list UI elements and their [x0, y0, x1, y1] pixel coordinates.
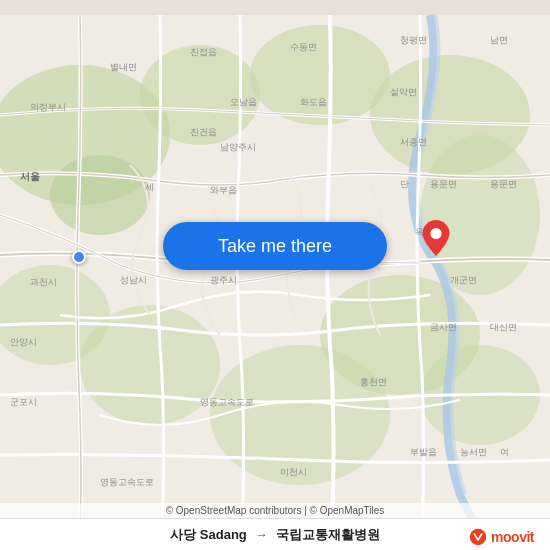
svg-text:영동고속도로: 영동고속도로 [100, 477, 154, 487]
svg-text:남양주시: 남양주시 [220, 142, 256, 152]
svg-text:서울: 서울 [20, 171, 40, 182]
svg-text:안양시: 안양시 [10, 337, 37, 347]
svg-text:개군면: 개군면 [450, 275, 477, 285]
svg-text:와부읍: 와부읍 [210, 185, 237, 195]
svg-text:이천시: 이천시 [280, 467, 307, 477]
svg-text:청평면: 청평면 [400, 35, 427, 45]
svg-text:홍천면: 홍천면 [360, 377, 387, 387]
svg-text:남면: 남면 [490, 35, 508, 45]
svg-text:대신면: 대신면 [490, 322, 517, 332]
svg-text:단: 단 [400, 179, 409, 189]
svg-text:여: 여 [500, 447, 509, 457]
svg-text:능서면: 능서면 [460, 447, 487, 457]
svg-text:진건읍: 진건읍 [190, 127, 217, 137]
svg-text:화도읍: 화도읍 [300, 97, 327, 107]
moovit-icon [469, 528, 487, 546]
svg-point-3 [250, 25, 390, 125]
map-background: 의정부시 별내면 진접읍 수동면 청평면 남면 오남읍 진건읍 화도읍 설악면 … [0, 0, 550, 550]
moovit-logo-text: moovit [491, 529, 534, 545]
svg-text:수동면: 수동면 [290, 42, 317, 52]
route-bar: 사당 Sadang → 국립교통재활병원 moovit [0, 518, 550, 550]
svg-text:진접읍: 진접읍 [190, 47, 217, 57]
svg-text:영동고속도로: 영동고속도로 [200, 397, 254, 407]
svg-text:설악면: 설악면 [390, 87, 417, 97]
svg-text:군포시: 군포시 [10, 397, 37, 407]
take-me-there-button[interactable]: Take me there [163, 222, 387, 270]
route-to: 국립교통재활병원 [276, 526, 380, 544]
svg-text:부발읍: 부발읍 [410, 447, 437, 457]
svg-text:용문면: 용문면 [430, 179, 457, 189]
svg-text:금사면: 금사면 [430, 322, 457, 332]
route-arrow: → [255, 527, 268, 542]
svg-text:광주시: 광주시 [210, 275, 237, 285]
moovit-logo: moovit [469, 528, 534, 546]
destination-marker [422, 220, 450, 260]
svg-text:용문면: 용문면 [490, 179, 517, 189]
svg-point-9 [210, 345, 390, 485]
svg-text:의정부시: 의정부시 [30, 102, 66, 112]
map-container: 의정부시 별내면 진접읍 수동면 청평면 남면 오남읍 진건읍 화도읍 설악면 … [0, 0, 550, 550]
svg-text:세: 세 [145, 182, 154, 192]
svg-point-10 [50, 155, 150, 235]
svg-text:별내면: 별내면 [110, 62, 137, 72]
svg-text:서종면: 서종면 [400, 137, 427, 147]
map-attribution: © OpenStreetMap contributors | © OpenMap… [0, 503, 550, 518]
svg-point-47 [470, 529, 487, 546]
svg-text:오남읍: 오남읍 [230, 97, 257, 107]
svg-text:성남시: 성남시 [120, 275, 147, 285]
route-from: 사당 Sadang [170, 526, 247, 544]
svg-text:과천시: 과천시 [30, 277, 57, 287]
origin-marker [72, 250, 86, 264]
svg-point-46 [430, 228, 441, 239]
